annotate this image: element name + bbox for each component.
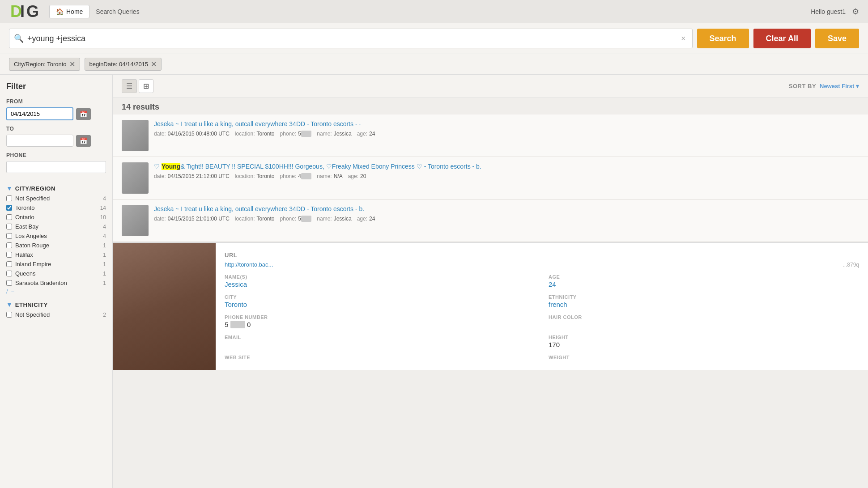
phone-value-partial: 5 bbox=[225, 321, 228, 328]
phone-blurred bbox=[230, 321, 245, 328]
home-icon: 🏠 bbox=[56, 8, 64, 15]
city-label-9: Sarasota Bradenton bbox=[15, 280, 67, 286]
result-thumb-2 bbox=[122, 205, 149, 236]
search-button[interactable]: Search bbox=[697, 29, 749, 48]
gear-icon[interactable]: ⚙ bbox=[852, 7, 859, 17]
search-bar-row: 🔍 × Search Clear All Save bbox=[0, 23, 868, 54]
logo: D I G bbox=[9, 1, 40, 21]
result-item-2[interactable]: Jeseka ~ I treat u like a king, outcall … bbox=[113, 199, 868, 242]
result-age-1: age:20 bbox=[348, 173, 366, 179]
city-checkbox-queens[interactable] bbox=[6, 271, 12, 276]
filter-tag-date[interactable]: beginDate: 04/14/2015 ✕ bbox=[85, 58, 162, 71]
from-date-input[interactable] bbox=[6, 107, 73, 120]
show-less-button[interactable]: – bbox=[11, 289, 14, 295]
result-meta-0: date:04/16/2015 00:48:00 UTClocation:Tor… bbox=[154, 131, 859, 137]
city-item-8: Queens1 bbox=[6, 270, 106, 277]
result-phone-0: phone:5 bbox=[280, 131, 312, 137]
result-title-2: Jeseka ~ I treat u like a king, outcall … bbox=[154, 205, 859, 214]
city-label-7: Inland Empire bbox=[15, 261, 51, 267]
city-region-label: CITY/REGION bbox=[15, 185, 55, 192]
result-phone-1: phone:4 bbox=[280, 173, 312, 179]
url-link[interactable]: http://toronto.bac... bbox=[225, 261, 273, 268]
url-value-row: http://toronto.bac... ...879q bbox=[225, 261, 859, 268]
home-button[interactable]: 🏠 Home bbox=[49, 5, 89, 18]
clear-x-icon[interactable]: × bbox=[679, 32, 688, 45]
hello-text: Hello guest1 bbox=[811, 8, 846, 15]
search-input[interactable] bbox=[27, 34, 679, 43]
remove-city-filter-icon[interactable]: ✕ bbox=[69, 60, 75, 68]
from-label: FROM bbox=[6, 98, 106, 105]
result-content-1: ♡ Young& Tight!! BEAUTY !! SPECIAL $100H… bbox=[154, 162, 859, 179]
from-calendar-button[interactable]: 📅 bbox=[76, 108, 91, 120]
city-region-section-header: ▼ CITY/REGION bbox=[6, 185, 106, 192]
website-field: WEB SITE bbox=[225, 355, 535, 361]
city-checkbox-baton_rouge[interactable] bbox=[6, 242, 12, 248]
city-count-4: 4 bbox=[103, 233, 106, 239]
ethnicity-checkbox-0[interactable] bbox=[6, 312, 12, 318]
phone-input[interactable] bbox=[6, 161, 106, 173]
ethnicity-chevron-icon[interactable]: ▼ bbox=[6, 301, 13, 308]
result-name-0: name:Jessica bbox=[317, 131, 351, 137]
city-checkbox-ontario[interactable] bbox=[6, 214, 12, 220]
result-item-0[interactable]: Jeseka ~ I treat u like a king, outcall … bbox=[113, 115, 868, 157]
to-calendar-button[interactable]: 📅 bbox=[76, 135, 91, 147]
city-count-1: 14 bbox=[100, 205, 106, 211]
result-date-1: date:04/15/2015 21:12:00 UTC bbox=[154, 173, 230, 179]
city-count-2: 10 bbox=[100, 214, 106, 221]
city-checkbox-halifax[interactable] bbox=[6, 252, 12, 258]
city-count-5: 1 bbox=[103, 242, 106, 249]
city-item-5: Baton Rouge1 bbox=[6, 242, 106, 249]
header: D I G 🏠 Home Search Queries Hello guest1… bbox=[0, 0, 868, 23]
search-queries-link[interactable]: Search Queries bbox=[89, 5, 145, 18]
city-count-0: 4 bbox=[103, 195, 106, 202]
view-icons: ☰ ⊞ bbox=[122, 79, 153, 93]
result-title-1: ♡ Young& Tight!! BEAUTY !! SPECIAL $100H… bbox=[154, 162, 859, 171]
city-item-1: Toronto14 bbox=[6, 204, 106, 212]
to-date-input[interactable] bbox=[6, 135, 73, 147]
result-location-1: location:Toronto bbox=[235, 173, 275, 179]
city-checkbox-not_specified[interactable] bbox=[6, 195, 12, 201]
city-checkbox-toronto[interactable] bbox=[6, 205, 12, 211]
age-field: AGE 24 bbox=[549, 274, 859, 288]
city-checkbox-sarasota_bradenton[interactable] bbox=[6, 280, 12, 286]
from-date-wrap: 📅 bbox=[6, 107, 106, 120]
ethnicity-item-0: Not Specified2 bbox=[6, 311, 106, 318]
sidebar-title: Filter bbox=[6, 82, 106, 91]
city-region-chevron-icon[interactable]: ▼ bbox=[6, 185, 13, 192]
city-count-3: 4 bbox=[103, 224, 106, 230]
result-content-2: Jeseka ~ I treat u like a king, outcall … bbox=[154, 205, 859, 222]
sort-value[interactable]: Newest First ▾ bbox=[820, 83, 859, 89]
result-meta-2: date:04/15/2015 21:01:00 UTClocation:Tor… bbox=[154, 216, 859, 222]
show-more-button[interactable]: / bbox=[6, 289, 8, 295]
city-item-0: Not Specified4 bbox=[6, 195, 106, 202]
header-right: Hello guest1 ⚙ bbox=[811, 7, 859, 17]
filter-tag-city[interactable]: City/Region: Toronto ✕ bbox=[9, 58, 80, 71]
result-name-1: name:N/A bbox=[317, 173, 342, 179]
city-checkbox-inland_empire[interactable] bbox=[6, 261, 12, 267]
city-label-1: Toronto bbox=[15, 204, 34, 211]
svg-text:G: G bbox=[26, 3, 39, 21]
sort-label: SORT BY bbox=[789, 83, 816, 89]
city-label-6: Halifax bbox=[15, 251, 33, 258]
clear-all-button[interactable]: Clear All bbox=[753, 29, 811, 48]
city-region-list: Not Specified4Toronto14Ontario10East Bay… bbox=[6, 195, 106, 287]
list-view-button[interactable]: ☰ bbox=[122, 79, 137, 93]
city-checkbox-east_bay[interactable] bbox=[6, 224, 12, 229]
city-item-4: Los Angeles4 bbox=[6, 232, 106, 240]
city-label-5: Baton Rouge bbox=[15, 242, 49, 249]
detail-content: URL http://toronto.bac... ...879q NAME(S… bbox=[216, 243, 868, 370]
remove-date-filter-icon[interactable]: ✕ bbox=[151, 60, 157, 68]
city-count-9: 1 bbox=[103, 280, 106, 286]
phone-field: PHONE NUMBER 5 0 bbox=[225, 314, 535, 328]
results-count: 14 results bbox=[113, 98, 868, 115]
save-button[interactable]: Save bbox=[815, 29, 859, 48]
city-label-8: Queens bbox=[15, 270, 36, 277]
detail-image bbox=[113, 243, 216, 370]
phone-value-end: 0 bbox=[247, 321, 251, 328]
phone-label: PHONE bbox=[6, 152, 106, 158]
result-item-1[interactable]: ♡ Young& Tight!! BEAUTY !! SPECIAL $100H… bbox=[113, 157, 868, 199]
grid-view-button[interactable]: ⊞ bbox=[139, 79, 153, 93]
ethnicity-label: ETHNICITY bbox=[15, 301, 48, 308]
names-field: NAME(S) Jessica bbox=[225, 274, 535, 288]
city-checkbox-los_angeles[interactable] bbox=[6, 233, 12, 239]
